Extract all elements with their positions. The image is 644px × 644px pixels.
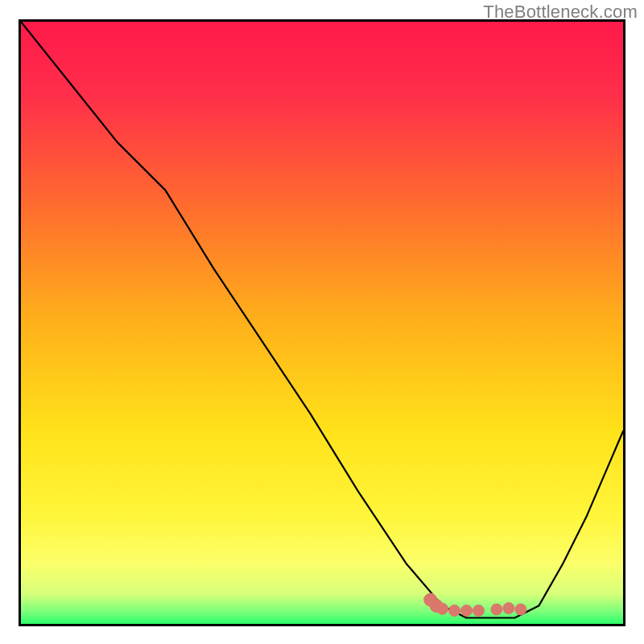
chart-svg — [21, 22, 623, 624]
valley-marker — [491, 604, 502, 615]
gradient-background — [21, 22, 623, 624]
chart-container: TheBottleneck.com — [0, 0, 644, 644]
valley-marker — [461, 605, 473, 617]
valley-marker — [503, 603, 514, 614]
plot-frame — [19, 19, 625, 626]
valley-marker — [473, 605, 484, 617]
valley-marker — [515, 604, 526, 615]
valley-marker — [449, 605, 460, 617]
valley-marker — [437, 603, 448, 614]
